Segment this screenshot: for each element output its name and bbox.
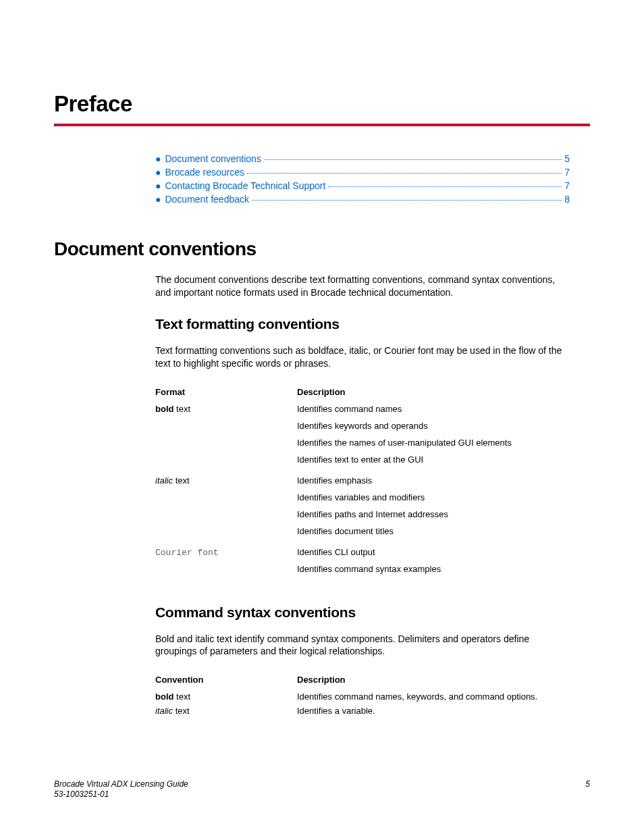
footer-left: Brocade Virtual ADX Licensing Guide 53-1… xyxy=(54,779,188,800)
desc-line: Identifies command syntax examples xyxy=(297,564,570,574)
toc-page: 8 xyxy=(564,194,570,205)
description-cell: Identifies emphasis Identifies variables… xyxy=(297,475,570,543)
toc-page: 5 xyxy=(564,153,570,164)
desc-line: Identifies document titles xyxy=(297,526,570,536)
page-footer: Brocade Virtual ADX Licensing Guide 53-1… xyxy=(54,779,590,800)
format-cell: bold text xyxy=(155,404,297,471)
header-convention: Convention xyxy=(155,675,297,685)
header-description: Description xyxy=(297,675,570,685)
table-row: Courier font Identifies CLI output Ident… xyxy=(155,547,570,581)
text-formatting-table: Format Description bold text Identifies … xyxy=(155,387,570,581)
bullet-icon: ● xyxy=(155,194,161,205)
subsection-intro: Bold and italic text identify command sy… xyxy=(155,633,570,658)
toc-link-document-conventions[interactable]: Document conventions xyxy=(165,153,261,164)
title-rule xyxy=(54,124,590,126)
toc-leader xyxy=(252,200,562,201)
desc-line: Identifies text to enter at the GUI xyxy=(297,454,570,465)
desc-line: Identifies emphasis xyxy=(297,475,570,486)
toc-item: ● Contacting Brocade Technical Support 7 xyxy=(155,180,570,191)
toc-leader xyxy=(328,186,562,187)
table-header-row: Convention Description xyxy=(155,675,570,685)
format-cell: italic text xyxy=(155,475,297,543)
toc-link-brocade-resources[interactable]: Brocade resources xyxy=(165,167,244,178)
subsection-heading-text-formatting: Text formatting conventions xyxy=(155,316,590,332)
bullet-icon: ● xyxy=(155,180,161,191)
table-row: bold text Identifies command names Ident… xyxy=(155,404,570,471)
page-title: Preface xyxy=(54,91,590,117)
toc-page: 7 xyxy=(564,180,570,191)
description-cell: Identifies command names, keywords, and … xyxy=(297,692,570,702)
header-description: Description xyxy=(297,387,570,397)
toc-item: ● Document feedback 8 xyxy=(155,194,570,205)
description-cell: Identifies a variable. xyxy=(297,706,570,716)
section-intro: The document conventions describe text f… xyxy=(155,273,570,299)
desc-line: Identifies CLI output xyxy=(297,547,570,557)
table-row: italic text Identifies emphasis Identifi… xyxy=(155,475,570,543)
footer-page-number: 5 xyxy=(585,779,590,800)
table-header-row: Format Description xyxy=(155,387,570,397)
subsection-heading-command-syntax: Command syntax conventions xyxy=(155,604,590,621)
desc-line: Identifies keywords and operands xyxy=(297,421,570,431)
toc-page: 7 xyxy=(564,167,570,178)
table-row: bold text Identifies command names, keyw… xyxy=(155,692,570,702)
bullet-icon: ● xyxy=(155,153,161,164)
subsection-intro: Text formatting conventions such as bold… xyxy=(155,344,570,370)
convention-cell: bold text xyxy=(155,692,297,702)
toc-link-technical-support[interactable]: Contacting Brocade Technical Support xyxy=(165,180,325,191)
toc-item: ● Document conventions 5 xyxy=(155,153,570,164)
toc-link-document-feedback[interactable]: Document feedback xyxy=(165,194,249,205)
section-heading-document-conventions: Document conventions xyxy=(54,238,590,260)
table-row: italic text Identifies a variable. xyxy=(155,706,570,716)
command-syntax-table: Convention Description bold text Identif… xyxy=(155,675,570,716)
header-format: Format xyxy=(155,387,297,397)
toc-leader xyxy=(247,173,562,174)
footer-guide-title: Brocade Virtual ADX Licensing Guide xyxy=(54,779,188,790)
toc-item: ● Brocade resources 7 xyxy=(155,167,570,178)
toc-leader xyxy=(264,159,562,160)
description-cell: Identifies command names Identifies keyw… xyxy=(297,404,570,471)
desc-line: Identifies variables and modifiers xyxy=(297,492,570,502)
format-cell: Courier font xyxy=(155,547,297,581)
table-of-contents: ● Document conventions 5 ● Brocade resou… xyxy=(155,153,570,205)
desc-line: Identifies paths and Internet addresses xyxy=(297,509,570,519)
description-cell: Identifies CLI output Identifies command… xyxy=(297,547,570,581)
desc-line: Identifies command names xyxy=(297,404,570,414)
desc-line: Identifies the names of user-manipulated… xyxy=(297,438,570,448)
footer-doc-number: 53-1003251-01 xyxy=(54,789,188,800)
bullet-icon: ● xyxy=(155,167,161,178)
convention-cell: italic text xyxy=(155,706,297,716)
